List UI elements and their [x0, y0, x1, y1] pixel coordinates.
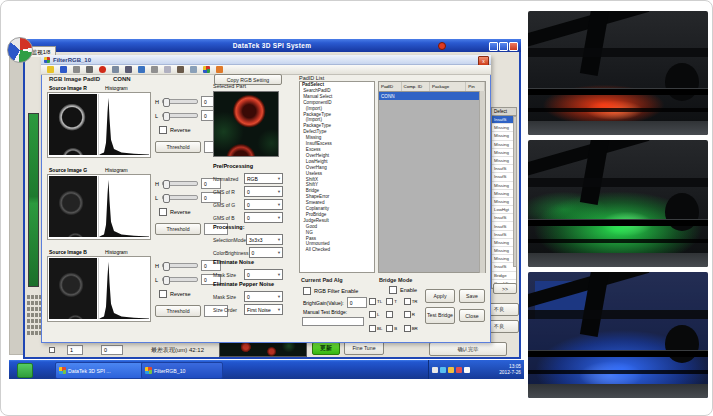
pad-table-column[interactable]: PadID — [379, 82, 402, 91]
tray-icon[interactable] — [448, 367, 454, 373]
bridge-direction-checkbox[interactable] — [404, 298, 411, 305]
pad-table-column[interactable]: Pin — [466, 82, 485, 91]
update-button[interactable]: 更新 — [312, 342, 340, 355]
threshold-button[interactable]: Threshold — [155, 141, 201, 153]
tray-icon[interactable] — [432, 367, 438, 373]
dropdown-arrow-icon: ▼ — [277, 176, 281, 181]
start-button[interactable] — [17, 363, 33, 378]
pad-table-row[interactable]: CONN — [379, 92, 485, 100]
tray-icon[interactable] — [456, 367, 462, 373]
bridge-direction-checkbox[interactable] — [369, 325, 376, 332]
pad-table-scrollbar[interactable] — [479, 91, 485, 273]
test-bridge-button[interactable]: Test Bridge — [425, 307, 455, 324]
toolbar-icon[interactable] — [125, 66, 132, 73]
param-dropdown[interactable]: 0▼ — [244, 212, 283, 223]
param-dropdown[interactable]: First Noise▼ — [244, 304, 283, 315]
main-window-titlebar[interactable]: DataTek 3D SPI System — [23, 39, 521, 52]
tray-icon[interactable] — [440, 367, 446, 373]
bridge-direction-checkbox[interactable] — [369, 311, 376, 318]
bottom-checkbox[interactable] — [49, 347, 55, 353]
histogram-plot — [98, 176, 149, 237]
bridge-direction-checkbox[interactable] — [386, 311, 393, 318]
bridge-direction-checkbox[interactable] — [404, 311, 411, 318]
param-dropdown[interactable]: RGB▼ — [244, 173, 283, 184]
toolbar-icon[interactable] — [177, 66, 184, 73]
minimize-button[interactable] — [489, 42, 498, 51]
bridge-enable-checkbox[interactable] — [389, 286, 397, 294]
bridge-direction-checkbox[interactable] — [369, 298, 376, 305]
slider-thumb[interactable] — [163, 194, 170, 203]
toolbar-icon[interactable] — [60, 66, 67, 73]
preprocessing-column: Pre/Processing Normalized RGB▼ GMS of R … — [213, 163, 283, 316]
param-row: Size Order First Noise▼ — [213, 303, 283, 316]
h-label: H — [155, 99, 159, 105]
toolbar-icon[interactable] — [99, 66, 106, 73]
reverse-checkbox[interactable] — [159, 290, 167, 298]
dropdown-arrow-icon: ▼ — [277, 307, 281, 312]
rgb-filter-checkbox[interactable] — [303, 287, 311, 295]
reverse-checkbox[interactable] — [159, 126, 167, 134]
bridge-direction-checkbox[interactable] — [404, 325, 411, 332]
manual-test-bridge-field[interactable] — [302, 317, 364, 326]
confirm-complete-button[interactable]: 确认完毕 — [429, 342, 507, 356]
slider-thumb[interactable] — [163, 180, 170, 189]
l-slider[interactable] — [162, 277, 198, 282]
bottom-field-1[interactable]: 1 — [67, 345, 83, 355]
slider-thumb[interactable] — [163, 262, 170, 271]
l-slider[interactable] — [162, 195, 198, 200]
toolbar-icon[interactable] — [112, 66, 119, 73]
more-button[interactable]: >> — [493, 283, 517, 294]
toolbar-icon[interactable] — [190, 66, 197, 73]
dialog-titlebar[interactable]: FilterRGB_10 x — [41, 55, 491, 65]
pad-table-column[interactable]: Package — [430, 82, 466, 91]
system-tray: 13:05 2012-7-26 — [428, 360, 524, 379]
l-slider[interactable] — [162, 113, 198, 118]
threshold-button[interactable]: Threshold — [155, 223, 201, 235]
toolbar-icon[interactable] — [203, 66, 210, 73]
bright-gain-field[interactable]: 0 — [347, 297, 367, 308]
taskbar-app-2[interactable]: FilterRGB_10 — [141, 362, 223, 379]
defect-list-scrollbar[interactable] — [513, 116, 517, 267]
h-slider[interactable] — [162, 99, 198, 104]
pad-table-column[interactable]: Comp. ID — [402, 82, 430, 91]
toolbar-icon[interactable] — [151, 66, 158, 73]
param-label: SelectionMode — [213, 237, 246, 243]
slider-thumb[interactable] — [163, 112, 170, 121]
param-dropdown[interactable]: 0▼ — [244, 186, 283, 197]
source-image — [49, 258, 97, 319]
toolbar-icon[interactable] — [47, 66, 54, 73]
apply-button[interactable]: Apply — [425, 289, 455, 303]
bridge-direction-cell: R — [404, 308, 421, 321]
toolbar-icon[interactable] — [216, 66, 223, 73]
h-slider[interactable] — [162, 263, 198, 268]
defect-row[interactable]: Bridge — [492, 272, 516, 280]
slider-thumb[interactable] — [163, 98, 170, 107]
bottom-field-2[interactable]: 0 — [101, 345, 123, 355]
close-button[interactable] — [509, 42, 518, 51]
bridge-direction-checkbox[interactable] — [386, 298, 393, 305]
close-dialog-button[interactable]: Close — [459, 309, 485, 322]
param-label: GMS of R — [213, 189, 235, 195]
reverse-checkbox[interactable] — [159, 208, 167, 216]
toolbar-icon[interactable] — [138, 66, 145, 73]
taskbar-app-1[interactable]: DataTek 3D SPI ... — [55, 362, 145, 379]
toolbar-icon[interactable] — [164, 66, 171, 73]
param-dropdown[interactable]: 3x3x3▼ — [246, 234, 283, 245]
tray-icon[interactable] — [464, 367, 470, 373]
toolbar-icon[interactable] — [86, 66, 93, 73]
save-button[interactable]: Save — [459, 289, 485, 303]
param-dropdown[interactable]: 0▼ — [244, 199, 283, 210]
tree-item[interactable]: All Checked — [300, 247, 374, 253]
slider-thumb[interactable] — [163, 276, 170, 285]
h-slider[interactable] — [162, 181, 198, 186]
param-dropdown[interactable]: 0▼ — [249, 247, 283, 258]
toolbar-icon[interactable] — [73, 66, 80, 73]
param-dropdown[interactable]: 0▼ — [244, 269, 283, 280]
param-dropdown[interactable]: 0▼ — [244, 291, 283, 302]
machine-motor — [665, 325, 699, 363]
bridge-direction-checkbox[interactable] — [386, 325, 393, 332]
bridge-direction-label: R — [412, 312, 415, 317]
threshold-button[interactable]: Threshold — [155, 305, 201, 317]
fine-tune-button[interactable]: Fine Tune — [344, 341, 384, 355]
maximize-button[interactable] — [499, 42, 508, 51]
